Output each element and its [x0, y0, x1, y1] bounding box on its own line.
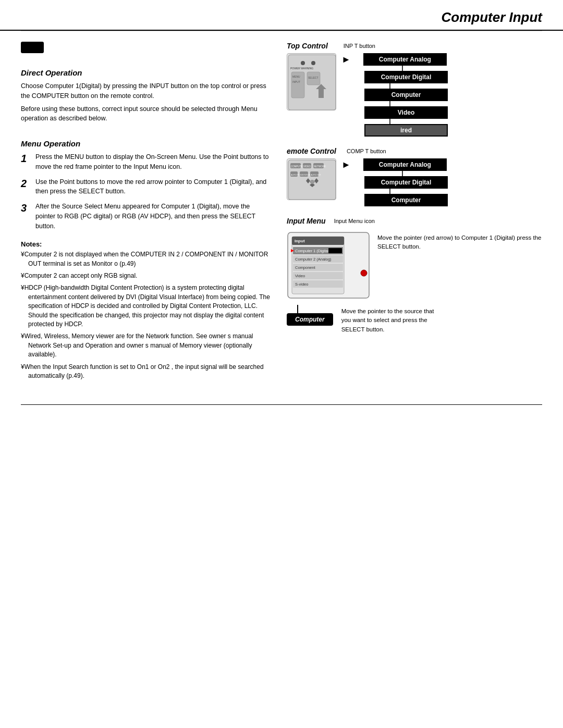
remote-control-section: emote Control COMP T button COMPUTER	[287, 147, 542, 206]
svg-text:AUTO PC: AUTO PC	[291, 174, 300, 176]
flow-box-computer-analog-2: Computer Analog	[363, 158, 447, 171]
svg-point-27	[310, 180, 314, 184]
flow-down-5	[402, 171, 403, 176]
numbered-list: 1 Press the MENU button to display the O…	[21, 152, 271, 231]
svg-text:S-video: S-video	[295, 282, 308, 287]
step-2: 2 Use the Point buttons to move the red …	[21, 177, 271, 197]
flow-box-ired: ired	[364, 124, 448, 137]
footer-rule	[21, 404, 542, 405]
top-control-title-block: Top Control	[287, 42, 328, 50]
menu-operation-section: Menu Operation 1 Press the MENU button t…	[21, 139, 271, 231]
note-4: ¥Wired, Wireless, Memory viewer are for …	[21, 332, 271, 359]
arrow-2: ►	[341, 159, 351, 170]
svg-text:Video: Video	[295, 274, 305, 278]
black-square-icon	[21, 42, 44, 53]
menu-operation-heading: Menu Operation	[21, 139, 271, 148]
top-control-title: Top Control	[287, 42, 328, 50]
direct-operation-section: Direct Operation Choose Computer 1(Digit…	[21, 68, 271, 124]
input-menu-icon-label: Input Menu icon	[334, 218, 375, 224]
top-control-flow-boxes: ► Computer Analog Computer Digital	[341, 53, 448, 137]
computer-btn-container: Computer	[287, 305, 333, 326]
black-icon-container	[21, 42, 271, 62]
flow-box-computer-1: Computer	[364, 89, 448, 101]
main-content: Direct Operation Choose Computer 1(Digit…	[0, 31, 563, 394]
input-menu-section: Input Menu Input Menu icon	[287, 217, 542, 334]
svg-text:Component: Component	[295, 265, 316, 270]
svg-text:SELECT: SELECT	[308, 76, 318, 79]
input-menu-diagram: Input Computer 1 (Digital) Computer 2 (A…	[287, 231, 542, 334]
svg-text:KEYSTONE: KEYSTONE	[300, 174, 312, 176]
direct-operation-para1: Choose Computer 1(Digital) by pressing t…	[21, 81, 271, 101]
step-2-num: 2	[21, 177, 31, 190]
remote-control-svg: COMPUTER VIDEO NETWORK AUTO PC KEYSTONE	[287, 158, 336, 200]
note-5: ¥When the Input Search function is set t…	[21, 363, 271, 381]
remote-control-title: emote Control	[287, 147, 336, 155]
input-menu-diagram-inner: Input Computer 1 (Digital) Computer 2 (A…	[287, 231, 542, 301]
remote-control-image: COMPUTER VIDEO NETWORK AUTO PC KEYSTONE	[287, 158, 336, 202]
input-menu-notes: Move the pointer (red arrow) to Computer…	[377, 231, 542, 252]
svg-text:INPUT: INPUT	[292, 80, 300, 83]
flow-box-computer-digital-2: Computer Digital	[364, 176, 448, 189]
flow-down-2	[389, 83, 390, 89]
note-3: ¥HDCP (High-bandwidth Digital Content Pr…	[21, 283, 271, 329]
top-control-svg: POWER WARNING MENU INPUT SELECT	[287, 53, 336, 110]
svg-text:VIDEO: VIDEO	[303, 165, 311, 168]
flow-down-6	[389, 189, 390, 194]
btn-connector	[297, 305, 298, 313]
remote-control-flow-boxes: ► Computer Analog Computer Digital	[341, 158, 448, 206]
notes-heading: Notes:	[21, 240, 271, 248]
svg-point-1	[301, 61, 305, 65]
input-menu-title: Input Menu	[287, 217, 326, 225]
flow-down-1	[402, 66, 403, 71]
top-control-image: POWER WARNING MENU INPUT SELECT	[287, 53, 336, 112]
note-1: ¥Computer 2 is not displayed when the CO…	[21, 250, 271, 268]
notes-section: Notes: ¥Computer 2 is not displayed when…	[21, 240, 271, 380]
svg-text:NETWORK: NETWORK	[314, 165, 326, 168]
right-column: Top Control INP T button	[282, 42, 542, 384]
direct-operation-para2: Before using these buttons, correct inpu…	[21, 104, 271, 124]
computer-btn-row: Computer Move the pointer to the source …	[287, 305, 542, 334]
step-2-text: Use the Point buttons to move the red ar…	[35, 177, 271, 197]
flow-box-computer-analog-1: Computer Analog	[363, 53, 447, 66]
input-menu-svg: Input Computer 1 (Digital) Computer 2 (A…	[287, 231, 370, 299]
computer-button: Computer	[287, 313, 333, 326]
svg-point-2	[311, 61, 315, 65]
step-1-text: Press the MENU button to display the On-…	[35, 152, 271, 172]
remote-control-title-block: emote Control	[287, 147, 336, 155]
svg-rect-43	[328, 248, 342, 253]
svg-text:AUTO SET: AUTO SET	[311, 174, 321, 176]
inp-button-label: INP T button	[344, 43, 375, 49]
flow-down-4	[389, 119, 390, 124]
flow-box-computer-2: Computer	[364, 194, 448, 206]
svg-text:COMPUTER: COMPUTER	[291, 165, 305, 168]
page-title: Computer Input	[441, 9, 542, 26]
pointer-text: Move the pointer (red arrow) to Computer…	[377, 233, 542, 252]
step-3-num: 3	[21, 202, 31, 214]
step-3: 3 After the Source Select Menu appeared …	[21, 202, 271, 231]
flow-box-computer-digital-1: Computer Digital	[364, 71, 448, 83]
top-control-flow-container: POWER WARNING MENU INPUT SELECT	[287, 53, 542, 137]
page-container: Computer Input Direct Operation Choose C…	[0, 0, 563, 728]
left-column: Direct Operation Choose Computer 1(Digit…	[21, 42, 271, 384]
top-control-section: Top Control INP T button	[287, 42, 542, 137]
input-menu-screen: Input Computer 1 (Digital) Computer 2 (A…	[287, 231, 370, 301]
comp-button-label: COMP T button	[347, 148, 386, 154]
flow-down-3	[389, 101, 390, 106]
bottom-note: Move the pointer to the source that you …	[341, 307, 435, 334]
svg-point-44	[361, 270, 367, 276]
svg-text:Input: Input	[295, 239, 305, 243]
remote-control-flow-container: COMPUTER VIDEO NETWORK AUTO PC KEYSTONE	[287, 158, 542, 206]
step-3-text: After the Source Select Menu appeared fo…	[35, 202, 271, 231]
svg-text:Computer 1 (Digital): Computer 1 (Digital)	[295, 249, 331, 253]
svg-text:MENU: MENU	[292, 75, 300, 78]
page-header: Computer Input	[0, 0, 563, 31]
svg-text:Computer 2 (Analog): Computer 2 (Analog)	[295, 257, 332, 262]
flow-box-video: Video	[364, 106, 448, 119]
svg-text:POWER WARNING: POWER WARNING	[290, 67, 313, 70]
direct-operation-heading: Direct Operation	[21, 68, 271, 77]
note-2: ¥Computer 2 can accept only RGB signal.	[21, 272, 271, 280]
step-1: 1 Press the MENU button to display the O…	[21, 152, 271, 172]
arrow-1: ►	[341, 54, 351, 65]
step-1-num: 1	[21, 152, 31, 165]
